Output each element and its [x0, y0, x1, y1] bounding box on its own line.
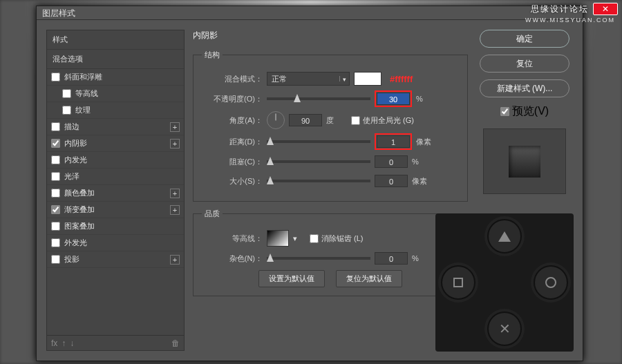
dpad-square-button[interactable] — [441, 265, 475, 300]
sidebar-head-blend[interactable]: 混合选项 — [47, 50, 184, 69]
sidebar-item-label: 内阴影 — [64, 138, 87, 149]
chevron-down-icon[interactable]: ▾ — [293, 234, 297, 243]
reset-button[interactable]: 复位 — [480, 55, 569, 73]
structure-group: 结构 混合模式： 正常▾ #ffffff 不透明度(O)： 30 % 角 — [193, 50, 468, 202]
plus-icon[interactable]: + — [170, 255, 180, 265]
square-icon — [453, 278, 463, 287]
circle-icon — [545, 277, 556, 288]
sidebar-item-9[interactable]: 图案叠加 — [47, 218, 184, 235]
angle-unit: 度 — [326, 115, 347, 126]
sidebar-item-5[interactable]: 内发光 — [47, 152, 184, 169]
dpad-cross-button[interactable]: ✕ — [487, 312, 522, 346]
sidebar-head-styles[interactable]: 样式 — [47, 30, 184, 50]
sidebar-checkbox[interactable] — [62, 89, 71, 98]
reset-default-button[interactable]: 复位为默认值 — [336, 270, 402, 287]
choke-slider[interactable] — [267, 160, 370, 163]
blend-mode-label: 混合模式： — [202, 74, 263, 84]
cross-icon: ✕ — [499, 320, 511, 337]
styles-sidebar: 样式 混合选项 斜面和浮雕等高线纹理描边+内阴影+内发光光泽颜色叠加+渐变叠加+… — [46, 30, 185, 351]
structure-legend: 结构 — [202, 50, 223, 60]
angle-dial[interactable] — [267, 111, 285, 129]
preview-checkbox[interactable]: 预览(V) — [500, 104, 549, 119]
sidebar-checkbox[interactable] — [51, 122, 60, 131]
sidebar-checkbox[interactable] — [51, 139, 60, 148]
close-button[interactable]: ✕ — [593, 3, 618, 15]
color-swatch[interactable] — [354, 72, 381, 86]
sidebar-item-label: 渐变叠加 — [64, 204, 95, 215]
size-label: 大小(S)： — [202, 176, 263, 186]
plus-icon[interactable]: + — [170, 139, 180, 149]
preview-box — [483, 128, 566, 194]
sidebar-item-2[interactable]: 纹理 — [47, 102, 184, 119]
sidebar-item-11[interactable]: 投影+ — [47, 251, 184, 268]
sidebar-item-6[interactable]: 光泽 — [47, 169, 184, 185]
sidebar-checkbox[interactable] — [51, 73, 60, 82]
chevron-down-icon: ▾ — [339, 76, 345, 82]
opacity-input[interactable]: 30 — [377, 93, 410, 105]
angle-input[interactable]: 90 — [289, 114, 322, 126]
size-unit: 像素 — [412, 176, 433, 186]
opacity-label: 不透明度(O)： — [202, 94, 263, 104]
sidebar-checkbox[interactable] — [51, 189, 60, 198]
sidebar-item-label: 投影 — [64, 254, 79, 265]
arrow-down-icon[interactable]: ↓ — [70, 338, 74, 348]
quality-group: 品质 等高线： ▾ 消除锯齿 (L) 杂色(N)： 0 % 设置为默认值 复位为… — [193, 209, 468, 296]
make-default-button[interactable]: 设置为默认值 — [258, 270, 325, 287]
dpad-preview: ✕ — [435, 213, 574, 352]
sidebar-checkbox[interactable] — [62, 106, 71, 115]
distance-label: 距离(D)： — [202, 137, 263, 147]
sidebar-checkbox[interactable] — [51, 255, 60, 264]
opacity-slider[interactable] — [267, 97, 370, 100]
dpad-circle-button[interactable] — [534, 265, 568, 300]
fx-label[interactable]: fx — [51, 338, 57, 348]
sidebar-item-label: 等高线 — [75, 88, 98, 99]
contour-thumb[interactable] — [267, 230, 289, 247]
size-slider[interactable] — [267, 180, 370, 182]
sidebar-checkbox[interactable] — [51, 205, 60, 214]
sidebar-item-label: 图案叠加 — [64, 221, 95, 231]
noise-label: 杂色(N)： — [202, 253, 263, 264]
ok-button[interactable]: 确定 — [480, 30, 569, 48]
noise-input[interactable]: 0 — [375, 252, 408, 265]
distance-slider[interactable] — [267, 140, 370, 143]
trash-icon[interactable]: 🗑 — [171, 338, 180, 348]
choke-input[interactable]: 0 — [375, 155, 408, 168]
sidebar-item-3[interactable]: 描边+ — [47, 119, 184, 135]
dpad-triangle-button[interactable] — [487, 219, 522, 253]
dialog-title: 图层样式 — [37, 6, 583, 20]
new-style-button[interactable]: 新建样式 (W)... — [480, 79, 569, 97]
choke-label: 阻塞(C)： — [202, 157, 263, 167]
sidebar-item-4[interactable]: 内阴影+ — [47, 135, 184, 152]
sidebar-item-label: 光泽 — [64, 171, 79, 182]
plus-icon[interactable]: + — [170, 122, 180, 132]
arrow-up-icon[interactable]: ↑ — [62, 338, 66, 348]
sidebar-item-label: 斜面和浮雕 — [64, 72, 102, 82]
panel-title: 内阴影 — [193, 30, 468, 41]
distance-input[interactable]: 1 — [377, 135, 410, 148]
size-input[interactable]: 0 — [375, 175, 408, 187]
sidebar-item-label: 外发光 — [64, 238, 87, 248]
sidebar-item-label: 纹理 — [75, 105, 91, 115]
noise-unit: % — [412, 254, 433, 262]
sidebar-checkbox[interactable] — [51, 155, 60, 164]
sidebar-item-8[interactable]: 渐变叠加+ — [47, 202, 184, 218]
sidebar-checkbox[interactable] — [51, 172, 60, 181]
opacity-highlight: 30 — [375, 90, 412, 107]
sidebar-item-10[interactable]: 外发光 — [47, 235, 184, 251]
plus-icon[interactable]: + — [170, 189, 180, 198]
sidebar-item-7[interactable]: 颜色叠加+ — [47, 185, 184, 202]
blend-mode-select[interactable]: 正常▾ — [267, 72, 350, 86]
sidebar-item-label: 颜色叠加 — [64, 188, 95, 198]
global-light-checkbox[interactable]: 使用全局光 (G) — [351, 115, 414, 126]
noise-slider[interactable] — [267, 257, 370, 260]
watermark-url: WWW.MISSYUAN.COM — [525, 17, 615, 23]
sidebar-item-0[interactable]: 斜面和浮雕 — [47, 69, 184, 86]
sidebar-checkbox[interactable] — [51, 238, 60, 247]
sidebar-item-label: 内发光 — [64, 155, 87, 165]
plus-icon[interactable]: + — [170, 205, 180, 215]
sidebar-item-1[interactable]: 等高线 — [47, 86, 184, 102]
antialias-checkbox[interactable]: 消除锯齿 (L) — [310, 233, 364, 244]
watermark-text: 思缘设计论坛 — [531, 3, 589, 15]
sidebar-checkbox[interactable] — [51, 222, 60, 231]
distance-highlight: 1 — [375, 133, 412, 150]
